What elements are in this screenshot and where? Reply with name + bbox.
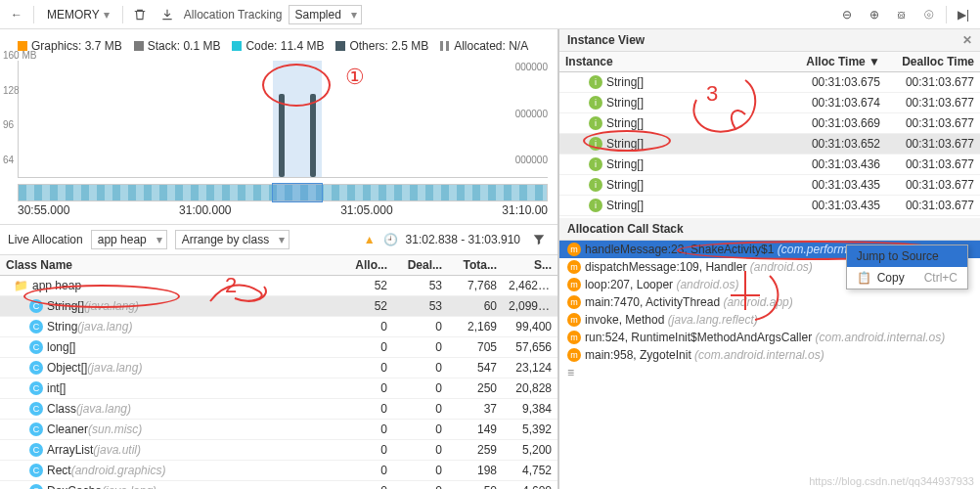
copy-icon: 📋	[857, 271, 871, 285]
instance-row[interactable]: iString[]00:31:03.65200:31:03.677	[559, 134, 980, 155]
tracking-mode-dropdown[interactable]: Sampled	[289, 5, 362, 24]
chevron-down-icon: ▾	[104, 8, 110, 22]
stack-frame[interactable]: m run:524, RuntimeInit$MethodAndArgsCall…	[559, 329, 980, 346]
heap-dropdown[interactable]: app heap	[91, 230, 167, 249]
chart-legend: Graphics: 3.7 MBStack: 0.1 MBCode: 11.4 …	[18, 39, 548, 53]
table-row[interactable]: CString[] (java.lang)5253602,099,39	[0, 296, 557, 317]
instance-row[interactable]: iString[]00:31:03.43600:31:03.677	[559, 155, 980, 175]
class-table: Class Name Allo... Deal... Tota... S... …	[0, 255, 557, 489]
filter-icon[interactable]	[528, 229, 550, 250]
trash-icon[interactable]	[129, 4, 151, 25]
table-row[interactable]: CObject[] (java.lang)0054723,124	[0, 358, 557, 378]
toolbar: ← MEMORY ▾ Allocation Tracking Sampled ⊖…	[0, 0, 980, 29]
timeline-minimap[interactable]	[18, 184, 548, 201]
legend-item: Allocated: N/A	[440, 39, 528, 53]
fit-icon[interactable]: ⦾	[918, 4, 940, 25]
table-row[interactable]: Clong[] 0070557,656	[0, 337, 557, 358]
arrange-dropdown[interactable]: Arrange by class	[175, 230, 290, 249]
time-range-label: 31:02.838 - 31:03.910	[406, 233, 520, 246]
instance-view-title: Instance View ✕	[559, 29, 980, 52]
table-row[interactable]: CArrayList (java.util)002595,200	[0, 440, 557, 461]
watermark: https://blog.csdn.net/qq344937933	[809, 475, 974, 487]
table-row[interactable]: CString (java.lang)002,16999,400	[0, 317, 557, 337]
instance-table: Instance Alloc Time ▼ Dealloc Time iStri…	[559, 52, 980, 218]
tracking-label: Allocation Tracking	[184, 8, 283, 22]
zoom-in-icon[interactable]: ⊕	[864, 4, 885, 25]
col-shallow[interactable]: S...	[503, 255, 557, 275]
stack-frame[interactable]: ≡	[559, 364, 980, 381]
col-class-name[interactable]: Class Name	[0, 255, 338, 275]
instance-row[interactable]: iString[]00:31:03.43500:31:03.677	[559, 196, 980, 216]
filter-bar: Live Allocation app heap Arrange by clas…	[0, 225, 557, 255]
table-row[interactable]: CCleaner (sun.misc)001495,392	[0, 420, 557, 440]
back-button[interactable]: ←	[6, 4, 27, 25]
table-row[interactable]: CClass (java.lang)00379,384	[0, 399, 557, 420]
call-stack: m handleMessage:23, ShakeActivity$1 (com…	[559, 241, 980, 489]
clock-icon: 🕘	[383, 233, 398, 246]
table-row[interactable]: CDexCache (java.lang)00504,600	[0, 481, 557, 489]
ctx-copy[interactable]: 📋Copy Ctrl+C	[847, 267, 967, 289]
memory-chart[interactable]: Graphics: 3.7 MBStack: 0.1 MBCode: 11.4 …	[0, 29, 557, 225]
memory-tab[interactable]: MEMORY ▾	[40, 4, 116, 25]
legend-item: Code: 11.4 MB	[232, 39, 324, 53]
stack-frame[interactable]: m invoke, Method (java.lang.reflect)	[559, 311, 980, 329]
table-row[interactable]: 📁app heap52537,7682,462,49	[0, 276, 557, 296]
live-jump-icon[interactable]: ▶|	[953, 4, 974, 25]
col-instance[interactable]: Instance	[559, 52, 792, 71]
col-deal[interactable]: Deal...	[393, 255, 448, 275]
table-row[interactable]: Cint[] 0025020,828	[0, 378, 557, 399]
col-alloc-time[interactable]: Alloc Time ▼	[792, 52, 886, 71]
instance-row[interactable]: iString[]00:31:03.67500:31:03.677	[559, 72, 980, 93]
instance-row[interactable]: iString[]00:31:03.66900:31:03.677	[559, 113, 980, 134]
table-row[interactable]: CRect (android.graphics)001984,752	[0, 461, 557, 481]
reset-zoom-icon[interactable]: ⦻	[891, 4, 913, 25]
instance-row[interactable]: iString[]00:31:03.67400:31:03.677	[559, 93, 980, 113]
memory-tab-label: MEMORY	[47, 8, 100, 22]
live-allocation-label: Live Allocation	[8, 233, 83, 246]
ctx-jump-to-source[interactable]: Jump to Source	[847, 245, 967, 267]
zoom-out-icon[interactable]: ⊖	[836, 4, 858, 25]
instance-row[interactable]: iString[]00:31:03.43500:31:03.677	[559, 175, 980, 196]
context-menu: Jump to Source 📋Copy Ctrl+C	[846, 244, 968, 289]
col-allo[interactable]: Allo...	[338, 255, 393, 275]
col-dealloc-time[interactable]: Dealloc Time	[886, 52, 980, 71]
warning-icon[interactable]: ▲	[364, 233, 376, 246]
legend-item: Others: 2.5 MB	[335, 39, 428, 53]
close-icon[interactable]: ✕	[962, 33, 972, 47]
download-dump-icon[interactable]	[156, 4, 178, 25]
legend-item: Stack: 0.1 MB	[134, 39, 221, 53]
stack-frame[interactable]: m main:958, ZygoteInit (com.android.inte…	[559, 346, 980, 364]
stack-frame[interactable]: m main:7470, ActivityThread (android.app…	[559, 293, 980, 311]
call-stack-title: Allocation Call Stack	[559, 218, 980, 241]
col-total[interactable]: Tota...	[448, 255, 503, 275]
